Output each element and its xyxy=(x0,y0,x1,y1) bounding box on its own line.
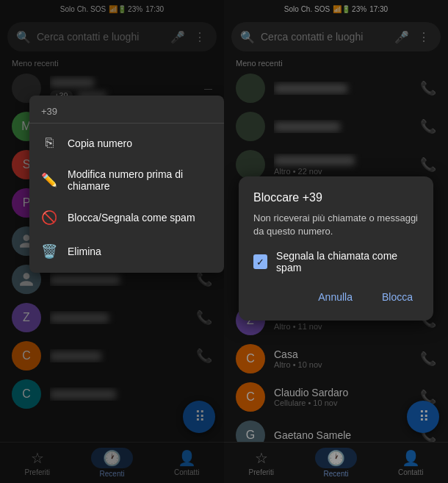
context-block[interactable]: 🚫 Blocca/Segnala come spam xyxy=(29,201,224,235)
spam-checkbox-label: Segnala la chiamata come spam xyxy=(276,250,419,273)
block-button[interactable]: Blocca xyxy=(376,288,419,306)
spam-checkbox[interactable]: ✓ xyxy=(253,254,267,269)
edit-icon: ✏️ xyxy=(41,172,57,188)
dialog-title: Bloccare +39 xyxy=(253,191,419,204)
left-panel: Solo Ch. SOS 📶🔋 23% 17:30 🔍 Cerca contat… xyxy=(0,0,224,483)
context-copy[interactable]: ⎘ Copia numero xyxy=(29,126,224,160)
copy-icon: ⎘ xyxy=(41,135,57,151)
copy-label: Copia numero xyxy=(68,137,132,149)
right-panel: Solo Ch. SOS 📶🔋 23% 17:30 🔍 Cerca contat… xyxy=(224,0,448,483)
dialog-actions: Annulla Blocca xyxy=(253,288,419,306)
context-number: +39 xyxy=(29,100,224,120)
block-dialog: Bloccare +39 Non riceverai più chiamate … xyxy=(239,176,433,321)
edit-label: Modifica numero prima di chiamare xyxy=(68,168,212,192)
context-edit[interactable]: ✏️ Modifica numero prima di chiamare xyxy=(29,160,224,201)
dialog-body: Non riceverai più chiamate o messaggi da… xyxy=(253,212,419,238)
context-delete[interactable]: 🗑️ Elimina xyxy=(29,235,224,268)
cancel-button[interactable]: Annulla xyxy=(312,288,358,306)
divider xyxy=(29,123,224,124)
dialog-checkbox-row[interactable]: ✓ Segnala la chiamata come spam xyxy=(253,250,419,273)
block-icon: 🚫 xyxy=(41,210,57,226)
delete-label: Elimina xyxy=(68,246,101,257)
block-label: Blocca/Segnala come spam xyxy=(68,212,195,223)
delete-icon: 🗑️ xyxy=(41,243,57,260)
context-menu: +39 ⎘ Copia numero ✏️ Modifica numero pr… xyxy=(29,96,224,273)
